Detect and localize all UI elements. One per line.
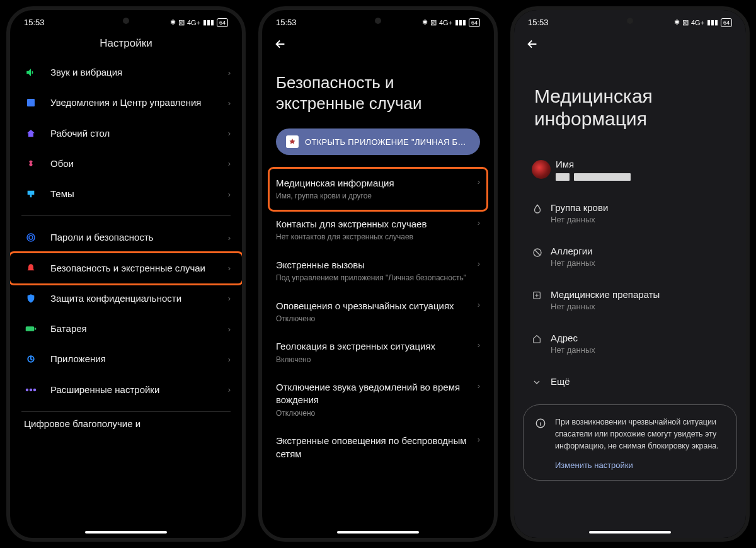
status-icons: ✱ ▧ 4G+ ▮▮▮ 64 [674,18,732,27]
wallpaper-icon [21,159,40,169]
address-icon [532,333,551,344]
item-label: Контакты для экстренных случаев [276,218,467,231]
item-label: Расширенные настройки [50,384,223,396]
item-label: Медицинская информация [276,177,467,190]
address-item[interactable]: Адрес Нет данных [532,322,728,365]
nfc-icon: ▧ [430,18,437,26]
more-label: Ещё [551,376,728,387]
avatar-icon [532,159,551,179]
item-label: Пароли и безопасность [50,231,223,244]
emergency-icon [21,263,40,273]
time-label: 15:53 [24,18,45,27]
gesture-bar[interactable] [85,531,167,534]
open-app-button[interactable]: ОТКРЫТЬ ПРИЛОЖЕНИЕ "ЛИЧНАЯ Б… [276,128,480,155]
item-sub: Имя, группа крови и другое [276,191,467,202]
page-title: Медицинская информация [514,59,746,148]
network-label: 4G+ [439,19,452,26]
change-settings-link[interactable]: Изменить настройки [555,460,725,470]
back-button[interactable] [273,37,287,51]
name-value [556,171,728,181]
item-label: Рабочий стол [50,127,223,140]
wallpaper-item[interactable]: Обои › [10,149,242,179]
more-item[interactable]: Ещё [532,365,728,398]
item-label: Батарея [50,323,223,335]
shield-icon [21,294,40,304]
status-icons: ✱ ▧ 4G+ ▮▮▮ 64 [170,18,228,27]
crisis-alerts-item[interactable]: Оповещения о чрезвычайных ситуациях Откл… [276,292,480,333]
desktop-item[interactable]: Рабочий стол › [10,118,242,149]
page-title: Безопасность и экстренные случаи [262,59,494,128]
settings-screen: Настройки Звук и вибрация › Уведомления … [10,32,242,538]
chevron-icon: › [228,263,231,273]
chevron-icon: › [478,435,480,444]
meds-icon [532,289,551,300]
chevron-icon: › [228,324,231,334]
themes-item[interactable]: Темы › [10,179,242,209]
bluetooth-icon: ✱ [422,18,428,26]
network-label: 4G+ [187,19,200,26]
chevron-icon: › [228,385,231,394]
item-label: Безопасность и экстренные случаи [50,262,223,275]
item-sub: Нет данных [551,345,728,355]
apps-item[interactable]: Приложения › [10,344,242,374]
cutoff-item[interactable]: Цифровое благополучие и [10,418,242,430]
item-label: Экстренные оповещения по беспроводным се… [276,435,467,460]
gesture-bar[interactable] [337,531,419,534]
item-sub: Нет контактов для экстренных случаев [276,232,467,243]
safety-screen: Безопасность и экстренные случаи ОТКРЫТЬ… [262,32,494,538]
emergency-location-item[interactable]: Геолокация в экстренных ситуациях Включе… [276,332,480,373]
chevron-icon: › [228,68,231,77]
item-sub: Под управлением приложения "Личная безоп… [276,273,467,283]
apps-icon [21,354,40,364]
status-icons: ✱ ▧ 4G+ ▮▮▮ 64 [422,18,480,27]
wireless-alerts-item[interactable]: Экстренные оповещения по беспроводным се… [276,426,480,469]
svg-point-2 [29,236,33,239]
allergies-item[interactable]: Аллергии Нет данных [532,235,728,278]
chevron-icon: › [478,259,480,268]
fingerprint-icon [21,232,40,243]
chevron-icon: › [228,233,231,243]
battery-indicator: 64 [217,18,228,27]
divider [21,215,231,216]
sound-icon [21,67,40,78]
privacy-item[interactable]: Защита конфиденциально­сти › [10,283,242,314]
medical-info-item[interactable]: Медицинская информация Имя, группа крови… [270,169,486,210]
signal-icon: ▮▮▮ [707,18,718,26]
medical-screen: Медицинская информация Имя Группа крови … [514,32,746,493]
more-icon [21,388,40,392]
item-label: Обои [50,157,223,170]
camera-notch [123,18,129,24]
name-item[interactable]: Имя [532,148,728,191]
item-label: Медицинские препараты [551,289,728,300]
emergency-item[interactable]: Безопасность и экстренные случаи › [10,253,242,283]
battery-icon [21,325,40,333]
emergency-contacts-item[interactable]: Контакты для экстренных случаев Нет конт… [276,210,480,251]
item-label: Отключение звука уведомлений во время во… [276,381,467,407]
pill-label: ОТКРЫТЬ ПРИЛОЖЕНИЕ "ЛИЧНАЯ Б… [305,137,466,147]
battery-indicator: 64 [721,18,732,27]
chevron-icon: › [228,159,231,168]
driving-silence-item[interactable]: Отключение звука уведомлений во время во… [276,373,480,426]
emergency-calls-item[interactable]: Экстренные вызовы Под управлением прилож… [276,251,480,292]
item-sub: Нет данных [551,302,728,311]
medications-item[interactable]: Медицинские препараты Нет данных [532,278,728,322]
nfc-icon: ▧ [178,18,185,26]
signal-icon: ▮▮▮ [203,18,214,26]
item-label: Адрес [551,333,728,343]
item-sub: Нет данных [551,215,728,224]
advanced-item[interactable]: Расширенные настройки › [10,375,242,405]
item-label: Уведомления и Центр управления [50,96,223,109]
chevron-icon: › [478,340,480,350]
chevron-icon: › [228,355,231,364]
gesture-bar[interactable] [589,531,671,534]
passwords-item[interactable]: Пароли и безопасность › [10,222,242,253]
back-button[interactable] [525,37,539,51]
svg-point-6 [26,388,29,391]
battery-item[interactable]: Батарея › [10,314,242,344]
sound-item[interactable]: Звук и вибрация › [10,57,242,88]
blood-type-item[interactable]: Группа крови Нет данных [532,191,728,235]
notifications-item[interactable]: Уведомления и Центр управления › [10,88,242,118]
chevron-icon: › [228,190,231,199]
item-label: Экстренные вызовы [276,259,467,271]
item-label: Геолокация в экстренных ситуациях [276,340,467,353]
